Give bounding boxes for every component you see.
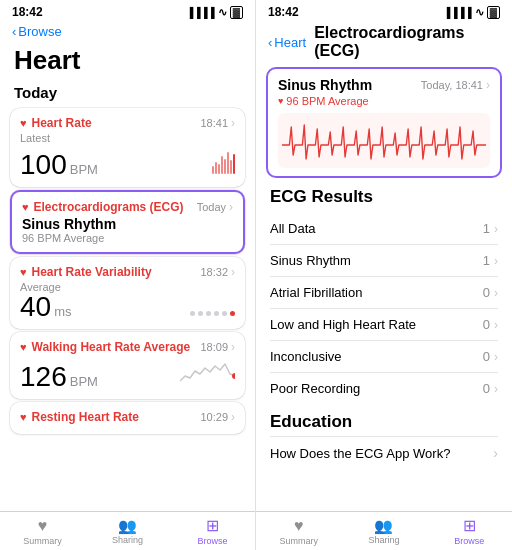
hrv-icon: ♥ [20, 266, 27, 278]
result-count-1: 1 [483, 253, 490, 268]
ecg-chevron-left: › [229, 200, 233, 214]
svg-point-0 [232, 373, 235, 379]
tab-summary-label-right: Summary [279, 536, 318, 546]
browse-icon-left: ⊞ [206, 518, 219, 534]
result-row-0[interactable]: All Data 1 › [270, 213, 498, 245]
resting-hr-card[interactable]: ♥ Resting Heart Rate 10:29 › [10, 402, 245, 434]
page-title-left: Heart [0, 43, 255, 80]
right-panel: 18:42 ▐▐▐▐ ∿ ▓ ‹ Heart Electrocardiogram… [256, 0, 512, 550]
tab-summary-right[interactable]: ♥ Summary [256, 518, 341, 546]
summary-icon-left: ♥ [38, 518, 48, 534]
heart-rate-card[interactable]: ♥ Heart Rate 18:41 › Latest 100 BPM [10, 108, 245, 187]
hrv-unit: ms [54, 304, 71, 319]
tab-sharing-label-left: Sharing [112, 535, 143, 545]
ecg-card-chevron: › [486, 78, 490, 92]
walking-hr-chevron: › [231, 340, 235, 354]
ecg-icon-left: ♥ [22, 201, 29, 213]
left-panel: 18:42 ▐▐▐▐ ∿ ▓ ‹ Browse Heart Today ♥ He… [0, 0, 256, 550]
chevron-left-icon-right: ‹ [268, 35, 272, 50]
tab-summary-left[interactable]: ♥ Summary [0, 518, 85, 546]
result-chevron-1: › [494, 254, 498, 268]
tab-browse-right[interactable]: ⊞ Browse [427, 518, 512, 546]
result-row-5[interactable]: Poor Recording 0 › [270, 373, 498, 404]
ecg-time-left: Today [197, 201, 226, 213]
hrv-time: 18:32 [200, 266, 228, 278]
result-chevron-2: › [494, 286, 498, 300]
battery-icon: ▓ [230, 6, 243, 19]
browse-icon-right: ⊞ [463, 518, 476, 534]
result-chevron-5: › [494, 382, 498, 396]
heart-rate-title: Heart Rate [32, 116, 92, 130]
ecg-card-right[interactable]: Sinus Rhythm Today, 18:41 › ♥ 96 BPM Ave… [266, 67, 502, 178]
result-count-5: 0 [483, 381, 490, 396]
chevron-left-icon: ‹ [12, 24, 16, 39]
result-chevron-0: › [494, 222, 498, 236]
tab-browse-label-right: Browse [454, 536, 484, 546]
ecg-avg-left: 96 BPM Average [22, 232, 233, 244]
result-row-1[interactable]: Sinus Rhythm 1 › [270, 245, 498, 277]
walking-hr-value: 126 [20, 363, 67, 391]
ecg-bpm-value: 96 BPM Average [286, 95, 368, 107]
result-count-0: 1 [483, 221, 490, 236]
result-count-2: 0 [483, 285, 490, 300]
result-row-4[interactable]: Inconclusive 0 › [270, 341, 498, 373]
tab-bar-right: ♥ Summary 👥 Sharing ⊞ Browse [256, 511, 512, 550]
result-label-3: Low and High Heart Rate [270, 317, 416, 332]
back-label-left: Browse [18, 24, 61, 39]
status-bar-right: 18:42 ▐▐▐▐ ∿ ▓ [256, 0, 512, 22]
signal-icon-right: ▐▐▐▐ [443, 7, 471, 18]
results-list: All Data 1 › Sinus Rhythm 1 › Atrial Fib… [270, 213, 498, 404]
hrv-avg-label: Average [20, 281, 235, 293]
result-chevron-3: › [494, 318, 498, 332]
resting-hr-icon: ♥ [20, 411, 27, 423]
time-left: 18:42 [12, 5, 43, 19]
tab-summary-label-left: Summary [23, 536, 62, 546]
back-button-right[interactable]: ‹ Heart [268, 35, 306, 50]
ecg-date-right: Today, 18:41 [421, 79, 483, 91]
tab-sharing-right[interactable]: 👥 Sharing [341, 518, 426, 546]
ecg-waveform [278, 113, 490, 168]
education-chevron-0: › [493, 445, 498, 461]
result-row-3[interactable]: Low and High Heart Rate 0 › [270, 309, 498, 341]
hrv-value: 40 [20, 293, 51, 321]
summary-icon-right: ♥ [294, 518, 304, 534]
tab-bar-left: ♥ Summary 👥 Sharing ⊞ Browse [0, 511, 255, 550]
tab-sharing-left[interactable]: 👥 Sharing [85, 518, 170, 546]
ecg-bpm-heart-icon: ♥ [278, 96, 283, 106]
result-label-4: Inconclusive [270, 349, 342, 364]
tab-browse-label-left: Browse [197, 536, 227, 546]
ecg-results-section: ECG Results All Data 1 › Sinus Rhythm 1 … [256, 181, 512, 406]
tab-sharing-label-right: Sharing [368, 535, 399, 545]
resting-hr-chevron: › [231, 410, 235, 424]
walking-hr-card[interactable]: ♥ Walking Heart Rate Average 18:09 › 126… [10, 332, 245, 399]
right-scroll: Sinus Rhythm Today, 18:41 › ♥ 96 BPM Ave… [256, 64, 512, 511]
result-count-3: 0 [483, 317, 490, 332]
sharing-icon-left: 👥 [118, 518, 137, 533]
education-row-0[interactable]: How Does the ECG App Work? › [270, 436, 498, 469]
tab-browse-left[interactable]: ⊞ Browse [170, 518, 255, 546]
ecg-bpm-right: ♥ 96 BPM Average [278, 95, 490, 107]
heart-rate-icon: ♥ [20, 117, 27, 129]
wifi-icon-right: ∿ [475, 6, 484, 19]
result-count-4: 0 [483, 349, 490, 364]
status-bar-left: 18:42 ▐▐▐▐ ∿ ▓ [0, 0, 255, 22]
results-title: ECG Results [270, 187, 498, 207]
wifi-icon: ∿ [218, 6, 227, 19]
today-label: Today [0, 80, 255, 105]
result-label-1: Sinus Rhythm [270, 253, 351, 268]
result-row-2[interactable]: Atrial Fibrillation 0 › [270, 277, 498, 309]
back-button-left[interactable]: ‹ Browse [12, 24, 62, 39]
heart-rate-unit: BPM [70, 162, 98, 177]
status-icons-right: ▐▐▐▐ ∿ ▓ [443, 6, 500, 19]
result-label-0: All Data [270, 221, 316, 236]
cards-scroll: ♥ Heart Rate 18:41 › Latest 100 BPM [0, 105, 255, 511]
ecg-card-left[interactable]: ♥ Electrocardiograms (ECG) Today › Sinus… [10, 190, 245, 254]
battery-icon-right: ▓ [487, 6, 500, 19]
heart-rate-chevron: › [231, 116, 235, 130]
heart-rate-latest-label: Latest [20, 132, 235, 144]
ecg-title-right: Sinus Rhythm [278, 77, 372, 93]
signal-icon: ▐▐▐▐ [186, 7, 214, 18]
hrv-card[interactable]: ♥ Heart Rate Variability 18:32 › Average… [10, 257, 245, 329]
nav-bar-left: ‹ Browse [0, 22, 255, 43]
heart-rate-value: 100 [20, 151, 67, 179]
